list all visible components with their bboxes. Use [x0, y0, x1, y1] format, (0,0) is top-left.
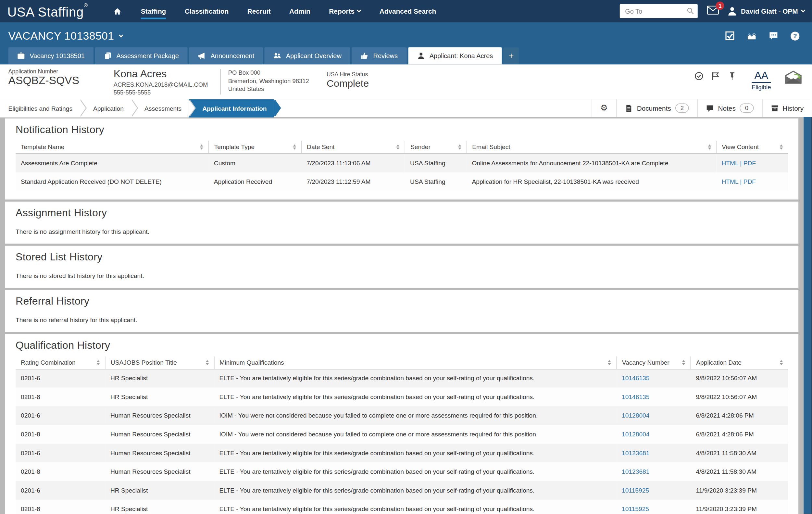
breadcrumb: Eligibilities and Ratings Application As… [0, 99, 274, 117]
col-template-type[interactable]: Template Type [209, 141, 301, 153]
nav-reports[interactable]: Reports [329, 4, 361, 18]
col-usajobs-position-title[interactable]: USAJOBS Position Title [105, 356, 214, 369]
col-template-name[interactable]: Template Name [16, 141, 209, 153]
col-sender[interactable]: Sender [405, 141, 467, 153]
vacancy-link[interactable]: 10128004 [622, 431, 649, 438]
section-title: Stored List History [16, 251, 788, 263]
html-link[interactable]: HTML [721, 160, 738, 167]
col-date-sent[interactable]: Date Sent [301, 141, 405, 153]
assignment-history-section: Assignment History There is no assignmen… [5, 201, 799, 244]
table-row: 0201-6 HR Specialist ELTE - You are tent… [16, 481, 788, 500]
cell-date: 9/8/2022 10:56:07 AM [691, 369, 788, 388]
cell-view-content: HTML | PDF [716, 172, 788, 191]
cell-date: 11/9/2020 3:23:39 PM [691, 500, 788, 514]
table-row: 0201-8 Human Resources Specialist ELTE -… [16, 462, 788, 481]
cell-position-title: HR Specialist [105, 388, 214, 406]
chevron-down-icon [118, 33, 123, 37]
table-row: 0201-8 HR Specialist ELTE - You are tent… [16, 388, 788, 406]
documents-button[interactable]: Documents 2 [616, 99, 697, 117]
cell-date: 4/8/2021 11:58:30 AM [691, 444, 788, 462]
goto-input[interactable] [620, 4, 698, 18]
vacancy-link[interactable]: 10146135 [622, 393, 649, 400]
application-number-block: Application Number ASQBZ-SQVS [8, 68, 79, 96]
crumb-application[interactable]: Application [80, 99, 131, 118]
vacancy-link[interactable]: 10115925 [622, 487, 649, 494]
sort-icon [97, 360, 100, 365]
brand-logo[interactable]: USA Staffing® [7, 3, 88, 20]
notification-history-section: Notification History Template Name Templ… [5, 118, 799, 199]
help-icon[interactable]: ? [790, 31, 799, 40]
history-icon [771, 104, 779, 112]
stored-list-history-section: Stored List History There is no stored l… [5, 246, 799, 288]
send-email-icon[interactable] [784, 69, 803, 85]
pin-icon[interactable] [728, 72, 736, 81]
pdf-link[interactable]: PDF [744, 160, 756, 167]
col-rating-combination[interactable]: Rating Combination [16, 356, 105, 369]
cell-date: 6/8/2021 4:28:06 PM [691, 406, 788, 425]
flag-icon[interactable] [711, 72, 720, 81]
sort-icon [200, 144, 203, 150]
cell-date: 6/8/2021 4:28:06 PM [691, 425, 788, 444]
top-nav: USA Staffing® Staffing Classification Re… [0, 0, 812, 22]
vacancy-title-menu[interactable]: VACANCY 10138501 [8, 30, 122, 42]
user-menu[interactable]: David Glatt - OPM [727, 6, 805, 16]
cell-view-content: HTML | PDF [716, 153, 788, 172]
tab-assessment-package[interactable]: Assessment Package [95, 48, 188, 65]
chart-icon[interactable] [747, 31, 756, 40]
cell-vacancy: 10123681 [616, 462, 691, 481]
col-view-content[interactable]: View Content [716, 141, 788, 153]
crumb-assessments[interactable]: Assessments [131, 99, 188, 118]
nav-classification[interactable]: Classification [185, 4, 229, 18]
cell-email-subject: Online Assessments for Announcement 22-1… [467, 153, 716, 172]
nav-admin[interactable]: Admin [289, 4, 310, 18]
vacancy-link[interactable]: 10146135 [622, 375, 649, 382]
plus-icon: + [509, 51, 514, 61]
add-tab-button[interactable]: + [503, 48, 519, 65]
tab-announcement[interactable]: Announcement [189, 48, 263, 65]
comment-icon[interactable] [769, 31, 778, 40]
nav-advanced-search[interactable]: Advanced Search [380, 4, 436, 18]
rating-value: AA [752, 69, 771, 83]
col-application-date[interactable]: Application Date [691, 356, 788, 369]
settings-button[interactable]: ⚙ [591, 99, 616, 117]
tab-label: Announcement [211, 52, 255, 59]
thumbs-up-icon [361, 52, 369, 60]
col-vacancy-number[interactable]: Vacancy Number [616, 356, 691, 369]
search-icon[interactable] [687, 7, 694, 14]
notes-count-badge: 0 [740, 103, 754, 113]
tab-label: Applicant Overview [286, 52, 342, 59]
rating-block[interactable]: AA Eligible [752, 69, 771, 90]
vacancy-link[interactable]: 10123681 [622, 468, 649, 475]
mail-button[interactable]: 1 [707, 6, 719, 17]
users-icon [273, 52, 281, 60]
vacancy-link[interactable]: 10123681 [622, 449, 649, 457]
nav-staffing[interactable]: Staffing [141, 4, 166, 18]
vacancy-link[interactable]: 10115925 [622, 506, 649, 513]
nav-recruit[interactable]: Recruit [248, 4, 271, 18]
cell-template-name: Standard Application Received (DO NOT DE… [16, 172, 209, 191]
crumb-eligibilities-ratings[interactable]: Eligibilities and Ratings [0, 99, 80, 118]
tab-applicant-overview[interactable]: Applicant Overview [265, 48, 350, 65]
tab-applicant-kona-acres[interactable]: Applicant: Kona Acres [408, 48, 502, 65]
empty-message: There is no referral history for this ap… [16, 316, 788, 323]
tab-reviews[interactable]: Reviews [352, 48, 406, 65]
history-button[interactable]: History [762, 99, 812, 117]
html-link[interactable]: HTML [721, 178, 738, 185]
notification-table: Template Name Template Type Date Sent Se… [16, 141, 788, 191]
app-window: USA Staffing® Staffing Classification Re… [0, 0, 812, 514]
home-icon[interactable] [113, 4, 122, 19]
col-minimum-qualifications[interactable]: Minimum Qualifications [214, 356, 616, 369]
notes-button[interactable]: Notes 0 [697, 99, 762, 117]
usa-hire-label: USA Hire Status [327, 71, 369, 77]
cell-rating: 0201-6 [16, 369, 105, 388]
crumb-applicant-information[interactable]: Applicant Information [189, 99, 274, 118]
section-title: Assignment History [16, 206, 788, 219]
vacancy-link[interactable]: 10128004 [622, 412, 649, 419]
tab-vacancy[interactable]: Vacancy 10138501 [8, 48, 94, 65]
pdf-link[interactable]: PDF [744, 178, 756, 185]
check-circle-icon[interactable] [694, 72, 703, 81]
tasks-icon[interactable] [725, 31, 735, 40]
col-email-subject[interactable]: Email Subject [467, 141, 716, 153]
documents-label: Documents [637, 104, 671, 112]
cell-date: 4/8/2021 11:58:30 AM [691, 462, 788, 481]
